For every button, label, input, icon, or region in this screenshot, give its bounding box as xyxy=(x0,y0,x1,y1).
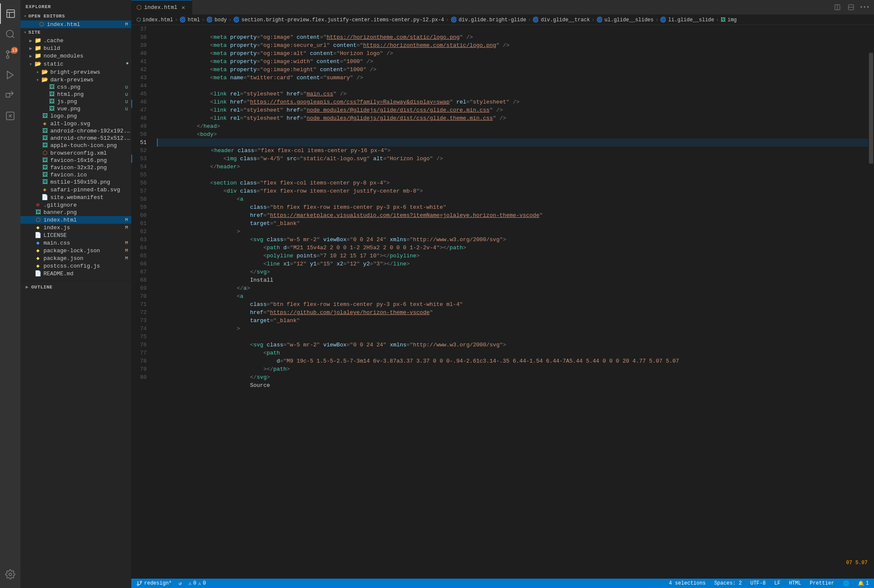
tree-item-readme[interactable]: 📄 README.md xyxy=(20,270,131,277)
tree-item-css-png[interactable]: 🖼 css.png U xyxy=(20,84,131,91)
tree-item-vue-png[interactable]: 🖼 vue.png U xyxy=(20,105,131,112)
search-activity-icon[interactable] xyxy=(0,24,20,44)
ln-72: 72 xyxy=(133,308,150,317)
formatter-status[interactable]: Prettier xyxy=(808,580,836,586)
tree-item-mstile[interactable]: 🖼 mstile-150x150.png xyxy=(20,179,131,186)
code-line-38: <meta property="og:image:secure_url" con… xyxy=(157,33,868,41)
line-ending-status[interactable]: LF xyxy=(773,580,782,586)
status-bar: redesign* ↺ ⚠ 0 ⚠ 0 4 selections Spaces:… xyxy=(131,579,874,588)
open-editors-section[interactable]: ▾ OPEN EDITORS xyxy=(20,12,131,20)
css-file-icon: ◆ xyxy=(34,239,42,246)
breadcrumb-div1[interactable]: div.glide.bright-glide xyxy=(459,17,526,23)
tree-item-banner-png[interactable]: 🖼 banner.png xyxy=(20,209,131,216)
problems-status[interactable]: ⚠ 0 ⚠ 0 xyxy=(187,580,208,587)
modified-badge: M xyxy=(125,217,131,222)
breadcrumb-body[interactable]: body xyxy=(214,17,227,23)
tree-item-static[interactable]: ▾ 📂 static • xyxy=(20,60,131,68)
split-editor-button[interactable] xyxy=(831,1,843,13)
tree-item-index-html[interactable]: ⬡ index.html M xyxy=(20,216,131,224)
ln-63: 63 xyxy=(133,236,150,244)
remote-activity-icon[interactable] xyxy=(0,106,20,126)
xml-file-icon: ⬡ xyxy=(41,150,49,156)
html-file-icon: ⬡ xyxy=(34,216,42,223)
folder-chevron: ▶ xyxy=(27,38,34,43)
breadcrumb-section[interactable]: section.bright-preview.flex.justify-cent… xyxy=(241,17,444,23)
tab-index-html[interactable]: ⬡ index.html ✕ xyxy=(131,0,192,15)
png-file-icon: 🖼 xyxy=(34,209,42,216)
tree-item-logo-png[interactable]: 🖼 logo.png xyxy=(20,112,131,120)
tree-item-browserconfig[interactable]: ⬡ browserconfig.xml xyxy=(20,149,131,157)
code-line-53: </header> xyxy=(157,155,868,163)
ln-75: 75 xyxy=(133,333,150,341)
breadcrumb-track-icon: 🌀 xyxy=(533,17,539,23)
tree-item-dark-previews[interactable]: ▾ 📂 dark-previews xyxy=(20,76,131,84)
world-status[interactable]: 🌐 xyxy=(841,580,851,587)
tree-item-safari-pinned[interactable]: ◈ safari-pinned-tab.svg xyxy=(20,186,131,193)
tree-item-node-modules[interactable]: ▶ 📁 node_modules xyxy=(20,52,131,60)
ln-58: 58 xyxy=(133,195,150,203)
notification-status[interactable]: 🔔 1 xyxy=(856,580,871,587)
breadcrumb-div1-icon: 🌀 xyxy=(451,17,457,23)
tree-item-build[interactable]: ▶ 📁 build xyxy=(20,44,131,52)
tree-item-cache[interactable]: ▶ 📁 .cache xyxy=(20,37,131,44)
breadcrumb-ul[interactable]: ul.glide__slides xyxy=(605,17,654,23)
tree-item-android-192[interactable]: 🖼 android-chrome-192x192.png xyxy=(20,127,131,135)
site-section[interactable]: ▾ SITE xyxy=(20,28,131,37)
breadcrumb-li[interactable]: li.glide__slide xyxy=(668,17,714,23)
tree-item-package-lock[interactable]: ◆ package-lock.json M xyxy=(20,247,131,254)
code-line-52: <img class="w-4/5" src="static/alt-logo.… xyxy=(157,147,868,155)
ico-file-icon: 🖼 xyxy=(41,172,49,178)
code-line-58: class="btn flex flex-row items-center py… xyxy=(157,195,868,203)
ln-38: 38 xyxy=(133,33,150,41)
svg-file-icon: ◈ xyxy=(41,120,49,127)
code-line-43 xyxy=(157,74,868,82)
extensions-activity-icon[interactable] xyxy=(0,85,20,106)
outline-label: OUTLINE xyxy=(31,285,52,290)
modified-badge: M xyxy=(125,240,131,245)
tree-item-apple-touch[interactable]: 🖼 apple-touch-icon.png xyxy=(20,142,131,149)
code-editor[interactable]: <meta property="og:image" content="https… xyxy=(153,25,868,579)
explorer-activity-icon[interactable] xyxy=(0,3,20,24)
split-down-button[interactable] xyxy=(845,1,857,13)
open-editor-index-html[interactable]: ⬡ index.html M xyxy=(20,20,131,28)
source-control-activity-icon[interactable]: 13 xyxy=(0,44,20,65)
tree-item-favicon-32[interactable]: 🖼 favicon-32x32.png xyxy=(20,164,131,171)
tree-item-bright-previews[interactable]: ▾ 📂 bright-previews xyxy=(20,68,131,76)
language-status[interactable]: HTML xyxy=(787,580,803,586)
tree-item-gitignore[interactable]: ⊘ .gitignore xyxy=(20,201,131,209)
tree-item-license[interactable]: 📄 LICENSE xyxy=(20,231,131,239)
ln-64: 64 xyxy=(133,244,150,252)
more-actions-button[interactable]: ••• xyxy=(859,1,871,13)
breadcrumb-track[interactable]: div.glide__track xyxy=(541,17,590,23)
encoding-status[interactable]: UTF-8 xyxy=(749,580,767,586)
tree-item-package-json[interactable]: ◆ package.json M xyxy=(20,254,131,262)
tree-item-android-512[interactable]: 🖼 android-chrome-512x512.png xyxy=(20,135,131,142)
breadcrumb-sep-6: › xyxy=(592,17,595,23)
git-branch-label: redesign* xyxy=(144,580,172,586)
breadcrumb-html[interactable]: html xyxy=(188,17,200,23)
ln-62: 62 xyxy=(133,228,150,236)
tree-item-html-png[interactable]: 🖼 html.png U xyxy=(20,91,131,98)
run-activity-icon[interactable] xyxy=(0,65,20,85)
breadcrumb-file[interactable]: index.html xyxy=(142,17,173,23)
tab-close-button[interactable]: ✕ xyxy=(180,4,187,11)
tree-item-alt-logo-svg[interactable]: ◈ alt-logo.svg xyxy=(20,120,131,127)
error-count: 0 xyxy=(193,580,196,586)
tree-item-favicon-16[interactable]: 🖼 favicon-16x16.png xyxy=(20,157,131,164)
settings-activity-icon[interactable] xyxy=(0,564,20,585)
tree-item-main-css[interactable]: ◆ main.css M xyxy=(20,239,131,247)
spaces-status[interactable]: Spaces: 2 xyxy=(712,580,744,586)
git-branch-status[interactable]: redesign* xyxy=(135,580,174,586)
tree-label: android-chrome-192x192.png xyxy=(50,128,131,134)
selections-status[interactable]: 4 selections xyxy=(667,580,707,586)
tree-item-favicon-ico[interactable]: 🖼 favicon.ico xyxy=(20,171,131,179)
outline-section[interactable]: ▶ OUTLINE xyxy=(20,281,131,293)
tree-item-js-png[interactable]: 🖼 js.png U xyxy=(20,98,131,105)
tree-item-site-webmanifest[interactable]: 📄 site.webmanifest xyxy=(20,193,131,201)
vertical-scrollbar[interactable] xyxy=(868,25,874,579)
tree-item-index-js[interactable]: ◆ index.js M xyxy=(20,224,131,231)
sync-status[interactable]: ↺ xyxy=(177,580,183,587)
tree-item-postcss-config[interactable]: ◆ postcss.config.js xyxy=(20,262,131,270)
breadcrumb: ⬡ index.html › 🌀 html › 🌀 body › 🌀 secti… xyxy=(131,15,874,25)
breadcrumb-img[interactable]: img xyxy=(727,17,737,23)
